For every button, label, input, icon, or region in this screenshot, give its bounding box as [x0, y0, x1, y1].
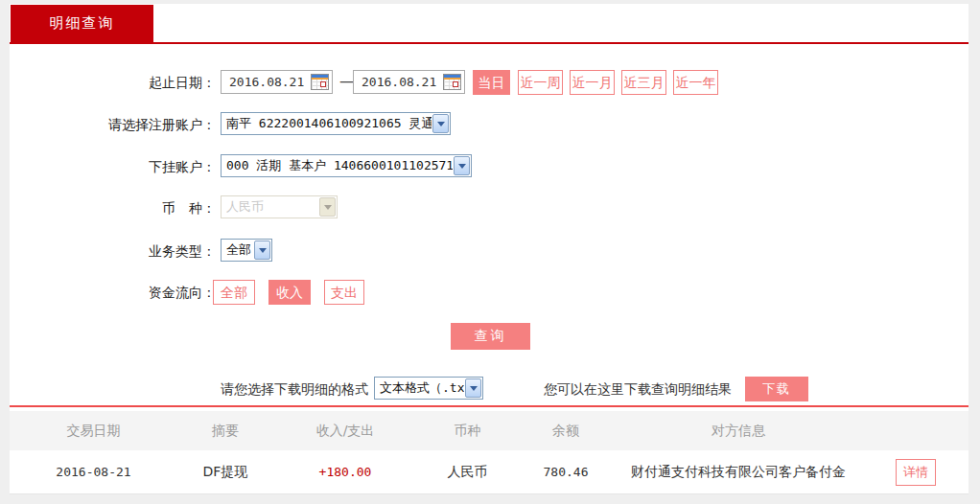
currency-select: 人民币 [221, 195, 338, 218]
currency-value: 人民币 [222, 198, 318, 216]
date-separator: — [339, 70, 354, 95]
cell-trade-date: 2016-08-21 [10, 465, 177, 479]
flow-button-all[interactable]: 全部 [213, 280, 255, 305]
download-button[interactable]: 下载 [745, 377, 808, 401]
table-row: 2016-08-21 DF提现 +180.00 人民币 780.46 财付通支付… [10, 450, 968, 494]
chevron-down-icon [454, 156, 470, 175]
sub-account-value: 000 活期 基本户 1406600101102571848 [222, 157, 453, 174]
currency-label: 币 种： [10, 195, 216, 220]
detail-button[interactable]: 详情 [896, 459, 936, 486]
chevron-down-icon [319, 197, 336, 217]
cell-summary: DF提现 [177, 464, 273, 481]
query-button[interactable]: 查询 [451, 323, 530, 350]
date-to-input[interactable] [362, 72, 436, 92]
range-button-3-months[interactable]: 近三月 [621, 70, 666, 95]
header-balance: 余额 [518, 423, 614, 440]
cell-currency: 人民币 [417, 464, 518, 481]
sub-account-select[interactable]: 000 活期 基本户 1406600101102571848 [221, 154, 472, 177]
cell-amount: +180.00 [273, 465, 417, 479]
date-from-field[interactable] [221, 70, 333, 94]
date-from-input[interactable] [229, 72, 304, 92]
download-hint: 您可以在这里下载查询明细结果 [544, 377, 732, 401]
header-summary: 摘要 [177, 423, 273, 440]
registered-account-select[interactable]: 南平 6222001406100921065 灵通卡 [221, 112, 451, 135]
chevron-down-icon [432, 114, 449, 133]
header-income-expense: 收入/支出 [273, 423, 417, 440]
download-format-value: 文本格式（.txt） [375, 379, 464, 397]
flow-button-expense[interactable]: 支出 [324, 280, 364, 305]
range-button-last-month[interactable]: 近一月 [570, 70, 615, 95]
header-counterparty: 对方信息 [614, 423, 863, 440]
cell-counterparty: 财付通支付科技有限公司客户备付金 [614, 464, 863, 481]
registered-account-label: 请选择注册账户： [10, 112, 216, 137]
detail-query-panel: 明细查询 起止日期： — 当日 近一周 近一月 近三月 近一年 请选择注册账户：… [10, 4, 968, 494]
date-to-field[interactable] [353, 70, 465, 94]
tab-underline [10, 42, 968, 44]
sub-account-label: 下挂账户： [10, 154, 216, 179]
date-range-label: 起止日期： [10, 70, 216, 95]
business-type-value: 全部 [222, 241, 253, 259]
business-type-label: 业务类型： [10, 239, 216, 263]
calendar-icon[interactable] [443, 74, 461, 90]
flow-button-income[interactable]: 收入 [268, 280, 311, 305]
table-header: 交易日期 摘要 收入/支出 币种 余额 对方信息 [10, 411, 968, 450]
download-format-label: 请您选择下载明细的格式 [10, 377, 368, 401]
table-top-line [10, 405, 968, 407]
business-type-select[interactable]: 全部 [221, 239, 272, 262]
download-format-select[interactable]: 文本格式（.txt） [374, 377, 483, 400]
tab-detail-query[interactable]: 明细查询 [11, 5, 153, 42]
chevron-down-icon [465, 378, 481, 398]
range-button-last-year[interactable]: 近一年 [673, 70, 718, 95]
range-button-today[interactable]: 当日 [473, 70, 510, 95]
header-currency: 币种 [417, 423, 518, 440]
cell-balance: 780.46 [518, 465, 614, 479]
fund-flow-label: 资金流向： [10, 280, 216, 305]
chevron-down-icon [254, 241, 270, 260]
header-trade-date: 交易日期 [10, 423, 177, 440]
calendar-icon[interactable] [311, 74, 329, 90]
range-button-last-week[interactable]: 近一周 [518, 70, 563, 95]
registered-account-value: 南平 6222001406100921065 灵通卡 [222, 115, 432, 132]
